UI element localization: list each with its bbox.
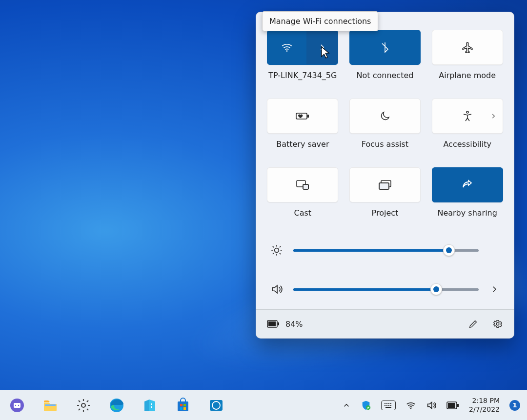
- svg-point-10: [275, 248, 279, 253]
- wifi-icon: [405, 400, 416, 411]
- folder-icon: [42, 398, 58, 413]
- tile-airplane: Airplane mode: [430, 30, 504, 80]
- tile-project: Project: [348, 167, 422, 218]
- volume-icon: [426, 400, 437, 411]
- quick-tiles-grid: TP-LINK_7434_5G Not connected Airplane m…: [266, 30, 504, 218]
- svg-point-3: [466, 111, 468, 113]
- accessibility-label: Accessibility: [443, 140, 491, 149]
- chevron-right-icon: [490, 285, 499, 294]
- bluetooth-icon: [379, 41, 391, 53]
- accessibility-expand[interactable]: [490, 113, 497, 120]
- tile-bluetooth: Not connected: [348, 30, 422, 80]
- svg-rect-2: [307, 115, 309, 118]
- svg-rect-32: [385, 403, 385, 404]
- focus-assist-button[interactable]: [349, 99, 421, 134]
- battery-icon: [267, 320, 280, 328]
- cast-label: Cast: [294, 208, 312, 218]
- svg-rect-23: [151, 406, 152, 408]
- svg-rect-40: [385, 407, 391, 408]
- svg-rect-28: [183, 407, 186, 410]
- svg-rect-33: [386, 403, 387, 404]
- svg-point-0: [286, 50, 288, 52]
- gear-icon: [492, 319, 503, 329]
- airplane-button[interactable]: [432, 30, 503, 65]
- volume-slider-row: [270, 283, 500, 296]
- keyboard-icon: [384, 402, 393, 408]
- taskbar-app-store[interactable]: [172, 394, 194, 417]
- svg-rect-5: [303, 184, 308, 189]
- taskbar-app-dell[interactable]: [205, 394, 227, 417]
- edit-button[interactable]: [468, 319, 479, 329]
- wifi-manage-tooltip: Manage Wi-Fi connections: [262, 11, 378, 31]
- accessibility-button[interactable]: [432, 99, 503, 134]
- taskbar-app-office[interactable]: [139, 394, 161, 417]
- svg-rect-22: [151, 403, 152, 405]
- svg-rect-26: [183, 404, 186, 406]
- chat-icon: [9, 398, 25, 413]
- tray-touch-keyboard-button[interactable]: [381, 400, 396, 410]
- svg-rect-27: [180, 407, 182, 410]
- taskbar-app-explorer[interactable]: [39, 394, 61, 417]
- tile-accessibility: Accessibility: [430, 99, 504, 149]
- edge-icon: [109, 398, 124, 413]
- svg-rect-44: [448, 403, 455, 408]
- svg-rect-8: [379, 183, 389, 189]
- wifi-toggle[interactable]: [267, 30, 306, 64]
- airplane-icon: [461, 41, 474, 54]
- svg-point-41: [410, 408, 411, 409]
- taskbar: 2:18 PM 2/7/2022 1: [0, 390, 527, 420]
- tray-overflow-button[interactable]: [342, 401, 351, 410]
- brightness-slider[interactable]: [293, 249, 479, 252]
- battery-status[interactable]: 84%: [267, 320, 303, 329]
- battery-saver-button[interactable]: [267, 99, 338, 134]
- svg-point-17: [15, 404, 16, 405]
- flyout-footer: 84%: [256, 309, 514, 338]
- wifi-expand-button[interactable]: [306, 30, 338, 64]
- notification-badge[interactable]: 1: [509, 400, 520, 411]
- cast-icon: [296, 179, 309, 191]
- bluetooth-button[interactable]: [349, 30, 421, 65]
- project-icon: [378, 180, 392, 190]
- battery-saver-label: Battery saver: [276, 140, 329, 149]
- tray-network-volume-battery[interactable]: [405, 400, 459, 411]
- chevron-up-icon: [342, 401, 351, 410]
- chevron-right-icon: [318, 43, 326, 52]
- cast-button[interactable]: [267, 167, 338, 202]
- battery-percent-text: 84%: [285, 320, 303, 329]
- taskbar-clock[interactable]: 2:18 PM 2/7/2022: [469, 397, 500, 414]
- notification-count: 1: [512, 401, 517, 409]
- focus-assist-label: Focus assist: [362, 140, 408, 149]
- svg-rect-36: [385, 405, 385, 406]
- svg-rect-39: [390, 405, 391, 406]
- tile-cast: Cast: [266, 167, 340, 218]
- svg-rect-12: [278, 322, 279, 325]
- taskbar-app-settings[interactable]: [72, 394, 95, 417]
- volume-slider[interactable]: [293, 288, 479, 291]
- quick-settings-flyout: Manage Wi-Fi connections TP-LINK_7434_5G: [256, 12, 514, 339]
- taskbar-app-edge[interactable]: [105, 394, 128, 417]
- airplane-label: Airplane mode: [439, 71, 496, 80]
- shield-icon: [361, 400, 371, 411]
- tile-battery-saver: Battery saver: [266, 99, 340, 149]
- svg-rect-43: [457, 404, 459, 407]
- volume-icon: [270, 283, 284, 296]
- nearby-sharing-button[interactable]: [432, 167, 503, 202]
- moon-icon: [379, 110, 391, 122]
- wifi-button[interactable]: [267, 30, 338, 65]
- svg-point-20: [81, 403, 85, 407]
- sliders-section: [266, 244, 504, 296]
- settings-button[interactable]: [492, 319, 503, 329]
- svg-rect-34: [388, 403, 389, 404]
- svg-rect-13: [268, 321, 276, 326]
- svg-point-18: [18, 404, 19, 405]
- project-button[interactable]: [349, 167, 421, 202]
- taskbar-app-chat[interactable]: [6, 394, 28, 417]
- volume-expand-button[interactable]: [488, 285, 500, 294]
- tile-nearby-sharing: Nearby sharing: [430, 167, 504, 218]
- tile-wifi: TP-LINK_7434_5G: [266, 30, 340, 80]
- tray-security-icon[interactable]: [361, 400, 371, 411]
- wifi-label: TP-LINK_7434_5G: [268, 71, 337, 80]
- svg-rect-25: [180, 404, 182, 406]
- svg-point-14: [496, 322, 499, 325]
- gear-icon: [76, 398, 91, 413]
